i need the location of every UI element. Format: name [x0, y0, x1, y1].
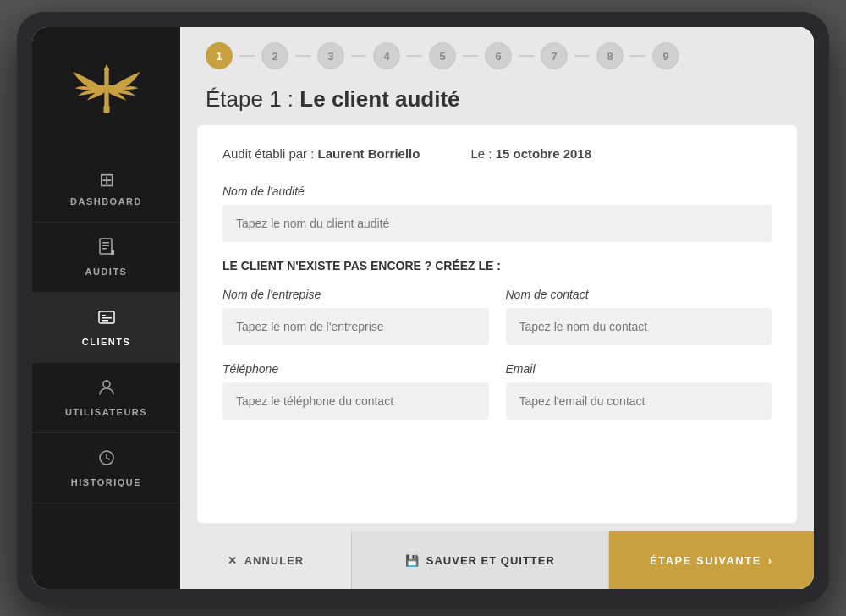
step-line-2: [295, 55, 310, 57]
telephone-input[interactable]: [222, 382, 489, 420]
svg-rect-5: [102, 242, 109, 244]
utilisateurs-icon: [97, 378, 116, 402]
sidebar-label-historique: HISTORIQUE: [71, 477, 141, 487]
step-1[interactable]: 1: [206, 42, 233, 69]
cancel-icon: ✕: [228, 554, 238, 567]
step-line-5: [463, 55, 478, 57]
save-icon: 💾: [405, 554, 420, 567]
step-line-7: [574, 55, 590, 57]
step-6[interactable]: 6: [485, 42, 512, 69]
sidebar-label-dashboard: DASHBOARD: [70, 196, 142, 206]
contact-input[interactable]: [506, 308, 772, 345]
page-title: Étape 1 : Le client audité: [206, 86, 788, 113]
contact-group: Nom de contact: [506, 288, 772, 345]
nom-auditee-input[interactable]: [222, 205, 772, 242]
step-7[interactable]: 7: [541, 42, 568, 69]
svg-rect-7: [102, 248, 107, 250]
form-area: Audit établi par : Laurent Borriello Le …: [197, 125, 797, 523]
svg-rect-12: [102, 320, 108, 322]
historique-icon: [97, 448, 116, 472]
cancel-button[interactable]: ✕ ANNULER: [180, 531, 351, 589]
footer-bar: ✕ ANNULER 💾 SAUVER ET QUITTER ÉTAPE SUIV…: [180, 531, 814, 589]
telephone-group: Téléphone: [222, 362, 489, 420]
sidebar-label-utilisateurs: UTILISATEURS: [65, 407, 147, 417]
step-line-4: [407, 55, 422, 57]
svg-rect-6: [102, 245, 109, 247]
clients-icon: [97, 308, 116, 332]
svg-rect-2: [97, 85, 115, 89]
svg-rect-3: [103, 106, 109, 113]
sidebar-label-clients: CLIENTS: [82, 337, 131, 347]
save-button[interactable]: 💾 SAUVER ET QUITTER: [351, 531, 609, 589]
next-label: ÉTAPE SUIVANTE: [650, 554, 761, 567]
sidebar-item-historique[interactable]: HISTORIQUE: [32, 433, 180, 503]
sidebar: ⊞ DASHBOARD AUDITS: [32, 27, 180, 589]
app-logo: [69, 57, 145, 124]
svg-rect-8: [111, 250, 114, 255]
step-line-1: [239, 55, 255, 57]
sidebar-item-audits[interactable]: AUDITS: [32, 223, 180, 293]
logo-area: [32, 44, 180, 146]
step-8[interactable]: 8: [596, 42, 624, 69]
step-3[interactable]: 3: [317, 42, 344, 69]
email-group: Email: [506, 362, 772, 420]
audit-date: Le : 15 octobre 2018: [470, 146, 591, 161]
audit-by: Audit établi par : Laurent Borriello: [222, 146, 420, 161]
sidebar-item-clients[interactable]: CLIENTS: [32, 293, 180, 363]
step-bar: 1 2 3 4 5 6 7 8 9: [180, 27, 814, 78]
main-content: 1 2 3 4 5 6 7 8 9 Étape: [180, 27, 814, 589]
audits-icon: [97, 238, 116, 261]
save-label: SAUVER ET QUITTER: [426, 554, 555, 567]
create-section-title: LE CLIENT N'EXISTE PAS ENCORE ? CRÉEZ LE…: [222, 259, 772, 272]
two-col-top: Nom de l'entrepise Nom de contact: [222, 288, 772, 362]
svg-rect-11: [102, 317, 112, 319]
two-col-bottom: Téléphone Email: [222, 362, 772, 437]
step-5[interactable]: 5: [429, 42, 456, 69]
step-line-3: [351, 55, 366, 57]
email-label: Email: [506, 362, 772, 376]
step-line-8: [630, 55, 645, 57]
sidebar-item-utilisateurs[interactable]: UTILISATEURS: [32, 363, 180, 433]
entreprise-group: Nom de l'entrepise: [222, 288, 489, 345]
page-title-area: Étape 1 : Le client audité: [180, 78, 814, 125]
telephone-label: Téléphone: [222, 362, 489, 376]
sidebar-label-audits: AUDITS: [85, 267, 128, 277]
svg-point-13: [103, 381, 110, 388]
dashboard-icon: ⊞: [99, 169, 114, 191]
step-line-6: [519, 55, 534, 57]
nom-auditee-group: Nom de l'audité: [222, 184, 772, 242]
cancel-label: ANNULER: [244, 554, 305, 567]
nom-auditee-label: Nom de l'audité: [222, 184, 772, 198]
nav-items: ⊞ DASHBOARD AUDITS: [32, 154, 180, 503]
svg-marker-1: [103, 64, 109, 70]
audit-meta: Audit établi par : Laurent Borriello Le …: [222, 146, 772, 161]
sidebar-item-dashboard[interactable]: ⊞ DASHBOARD: [32, 154, 180, 223]
step-2[interactable]: 2: [261, 42, 288, 69]
tablet-frame: ⊞ DASHBOARD AUDITS: [17, 12, 829, 604]
next-icon: ›: [768, 554, 773, 567]
entreprise-label: Nom de l'entrepise: [222, 288, 489, 301]
email-input[interactable]: [506, 382, 772, 420]
svg-rect-10: [102, 315, 106, 316]
contact-label: Nom de contact: [506, 288, 772, 301]
step-4[interactable]: 4: [373, 42, 400, 69]
step-9[interactable]: 9: [652, 42, 679, 69]
next-button[interactable]: ÉTAPE SUIVANTE ›: [609, 531, 814, 589]
tablet-inner: ⊞ DASHBOARD AUDITS: [32, 27, 814, 589]
entreprise-input[interactable]: [222, 308, 489, 345]
